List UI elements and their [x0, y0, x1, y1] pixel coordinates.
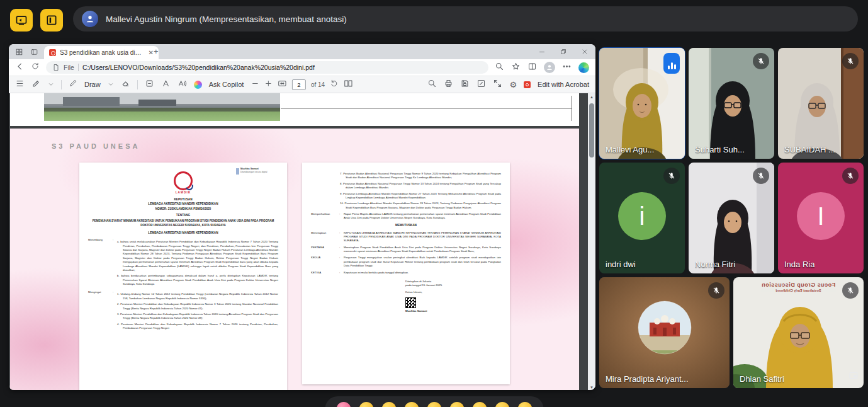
avatar-initial: I	[817, 203, 824, 229]
shared-screen-indicator-button[interactable]	[10, 9, 33, 32]
doc-title: PEMENUHAN SYARAT MINIMUM AKREDITASI UNTU…	[92, 219, 274, 227]
reaction-heart-icon[interactable]	[336, 402, 351, 407]
pdf-viewport[interactable]: S3 PAUD UNESA Muchlas Samani Ditandatang…	[9, 93, 595, 390]
doc-label: Menetapkan	[311, 231, 337, 243]
tab-actions-icon[interactable]	[29, 47, 39, 57]
participant-tile-mira[interactable]: Mira Pradipta Ariyant...	[599, 277, 730, 388]
doc-label: Memperhatikan	[311, 212, 337, 221]
reaction-thinking-icon[interactable]	[495, 402, 509, 407]
doc-paragraph: 2. Peraturan Menteri Pendidikan dan Kebu…	[117, 302, 278, 311]
doc-paragraph: Perguruan Tinggi mengajukan usulan perin…	[344, 256, 501, 268]
favorites-star-icon[interactable]	[511, 62, 521, 74]
read-aloud-icon[interactable]	[178, 79, 187, 91]
edit-with-acrobat-button[interactable]: Edit with Acrobat	[538, 81, 589, 88]
highlighter-caret-icon[interactable]	[48, 79, 54, 90]
window-close-button[interactable]	[574, 44, 595, 59]
participant-tile-dhian[interactable]: Focus Group Discussion Sosialisasi Early…	[733, 277, 864, 388]
pdf-favicon	[49, 49, 56, 56]
participant-tile-norma[interactable]: Norma Fitri	[689, 163, 774, 273]
doc-paragraph: 1. Undang-Undang Nomor 12 Tahun 2012 ten…	[117, 292, 278, 301]
reaction-thumbs-down-icon[interactable]	[517, 402, 532, 407]
workspaces-icon[interactable]	[14, 47, 24, 57]
address-bar[interactable]: File C:/Users/LENOVO/Downloads/S3%20pend…	[46, 61, 488, 74]
copilot-icon[interactable]	[194, 81, 202, 89]
page-layout-icon[interactable]	[344, 79, 353, 91]
cast-icon	[15, 14, 28, 26]
reaction-crying-icon[interactable]	[472, 402, 487, 407]
address-url: C:/Users/LENOVO/Downloads/S3%20pendidika…	[82, 64, 315, 71]
participant-name: Norma Fitri	[695, 260, 735, 269]
reaction-party-popper-icon[interactable]	[381, 402, 396, 407]
scrollbar-thumb[interactable]	[589, 103, 594, 158]
mic-off-icon	[753, 168, 769, 184]
file-icon	[52, 64, 60, 71]
zoom-out-icon[interactable]	[251, 79, 259, 90]
back-button[interactable]	[15, 62, 25, 74]
tab-column-icon	[45, 14, 58, 26]
annotate-save-icon[interactable]	[476, 79, 486, 91]
pdf-scrollbar[interactable]: ▲ ▼	[588, 93, 595, 390]
scroll-up-arrow[interactable]: ▲	[588, 93, 595, 101]
fullscreen-expand-icon[interactable]	[493, 79, 502, 91]
doc-label: KETIGA	[311, 271, 337, 275]
draw-label[interactable]: Draw	[84, 81, 101, 88]
new-tab-button[interactable]: +	[154, 47, 159, 55]
text-size-icon[interactable]	[161, 79, 171, 91]
browser-tab[interactable]: S3 pendidikan anak usia dini.pdf ✕	[44, 46, 159, 59]
participant-tile-indri[interactable]: i indri dwi	[599, 163, 685, 273]
eraser-icon[interactable]	[121, 79, 130, 91]
zoom-icon[interactable]	[495, 62, 504, 74]
doc-paragraph: Rapat Pleno Majelis Akreditasi LAMDIK te…	[344, 212, 501, 221]
window-restore-button[interactable]	[553, 44, 574, 59]
more-menu-icon[interactable]	[562, 62, 572, 74]
shared-tab-indicator-button[interactable]	[40, 9, 63, 32]
mic-off-icon	[842, 168, 859, 184]
participant-tile-mallevi[interactable]: Mallevi Agu...	[599, 48, 685, 159]
edge-window: S3 pendidikan anak usia dini.pdf ✕ + Fil…	[9, 44, 595, 390]
doc-paragraph: a. bahwa untuk melaksanakan Peraturan Me…	[117, 240, 278, 272]
toc-icon[interactable]	[15, 79, 25, 91]
save-icon[interactable]	[460, 79, 470, 91]
qr-code	[405, 297, 416, 308]
participant-tile-suharti[interactable]: Suharti Suh...	[689, 48, 774, 159]
ask-copilot-button[interactable]: Ask Copilot	[209, 81, 244, 88]
audio-activity-indicator	[663, 53, 680, 74]
scroll-down-arrow[interactable]: ▼	[588, 384, 595, 390]
picture-in-picture-icon[interactable]	[848, 370, 859, 383]
page-number-input[interactable]	[292, 79, 306, 90]
participant-tile-subaidah[interactable]: SUBAIDAH ...	[778, 48, 864, 159]
reaction-clapping-hands-icon[interactable]	[404, 402, 419, 407]
edge-logo-icon[interactable]	[578, 62, 589, 73]
doc-number: NOMOR: 21/SK/LAMDIK/AK-PSM/D/I/2025	[88, 207, 278, 212]
window-minimize-button[interactable]	[531, 44, 553, 59]
refresh-button[interactable]	[31, 62, 40, 73]
pdf-page-2: S3 PAUD UNESA Muchlas Samani Ditandatang…	[10, 129, 579, 390]
highlighter-icon[interactable]	[31, 79, 41, 91]
participant-name: Mira Pradipta Ariyant...	[606, 374, 689, 384]
reaction-surprised-icon[interactable]	[449, 402, 464, 407]
doc-label: Menimbang	[88, 238, 111, 288]
lamdik-logo	[174, 171, 193, 190]
participant-tile-inda[interactable]: I Inda Ria	[778, 163, 864, 273]
zoom-in-icon[interactable]	[264, 79, 273, 90]
doc-org: LEMBAGA AKREDITASI MANDIRI KEPENDIDIKAN	[88, 231, 278, 236]
print-icon[interactable]	[444, 79, 453, 91]
rotate-icon[interactable]	[330, 79, 339, 90]
tab-close-icon[interactable]: ✕	[149, 50, 154, 56]
draw-caret-icon[interactable]	[108, 79, 114, 90]
reaction-thumbs-up-icon[interactable]	[359, 402, 373, 407]
fit-width-icon[interactable]	[278, 79, 287, 91]
acrobat-icon	[524, 81, 531, 88]
meet-presentation-view: Mallevi Agustin Ningrum (Mempresentasika…	[0, 0, 868, 407]
settings-gear-icon[interactable]: ⚙	[509, 81, 517, 89]
split-screen-icon[interactable]	[527, 62, 537, 74]
search-icon[interactable]	[427, 79, 437, 91]
doc-paragraph: 7. Peraturan Badan Akreditasi Nasional P…	[340, 172, 501, 180]
address-scheme-label: File	[64, 64, 74, 71]
reaction-laughing-icon[interactable]	[427, 402, 441, 407]
text-selection-icon[interactable]	[145, 79, 154, 91]
signature-block: Ditetapkan di Jakarta pada tanggal 15 Ja…	[405, 280, 487, 314]
profile-avatar[interactable]	[544, 62, 555, 73]
address-divider	[78, 64, 79, 71]
draw-pen-icon[interactable]	[69, 79, 77, 90]
